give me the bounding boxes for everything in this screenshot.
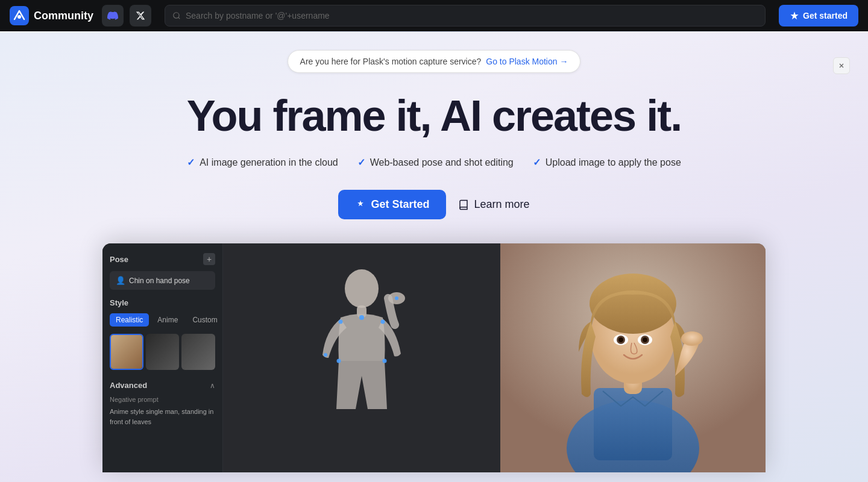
svg-point-25: [643, 337, 647, 342]
app-screenshot: Pose + 👤 Chin on hand pose Style Realist…: [102, 243, 766, 472]
check-icon-2: ✓: [357, 157, 365, 168]
style-section-header: Style: [110, 298, 215, 307]
advanced-label: Advanced: [110, 381, 147, 390]
navbar: Community Get started: [0, 0, 868, 31]
style-tab-anime[interactable]: Anime: [151, 313, 184, 327]
hero-title: You frame it, AI creates it.: [187, 92, 681, 140]
style-tab-realistic[interactable]: Realistic: [110, 313, 149, 327]
main-content: Are you here for Plask's motion capture …: [0, 32, 868, 482]
feature-1: ✓ AI image generation in the cloud: [187, 157, 338, 168]
search-icon: [172, 11, 181, 20]
svg-point-11: [395, 296, 398, 300]
pose-section-header: Pose +: [110, 253, 215, 265]
get-started-button[interactable]: Get Started: [338, 190, 446, 219]
learn-more-label: Learn more: [474, 198, 529, 211]
style-images: [110, 334, 215, 370]
feature-1-text: AI image generation in the cloud: [200, 157, 338, 168]
neg-prompt-label: Negative prompt: [110, 396, 215, 403]
sparkle-icon: [790, 11, 799, 20]
right-area-photo: [500, 243, 766, 472]
style-image-3[interactable]: [181, 334, 215, 370]
close-icon: [838, 62, 845, 69]
check-icon-3: ✓: [533, 157, 541, 168]
discord-button[interactable]: [102, 5, 124, 27]
search-bar[interactable]: [165, 5, 766, 27]
logo: Community: [10, 6, 93, 25]
svg-point-1: [17, 15, 21, 19]
advanced-section-header: Advanced ∧: [110, 381, 215, 390]
check-icon-1: ✓: [187, 157, 195, 168]
cta-row: Get Started Learn more: [338, 190, 529, 219]
center-area: [223, 243, 500, 472]
style-image-1[interactable]: [110, 334, 143, 370]
pose-add-button[interactable]: +: [203, 253, 215, 265]
neg-prompt-text: Anime style single man, standing in fron…: [110, 407, 215, 427]
svg-point-8: [381, 320, 385, 324]
style-section-title: Style: [110, 298, 128, 307]
svg-point-22: [618, 337, 623, 342]
feature-3: ✓ Upload image to apply the pose: [533, 157, 681, 168]
svg-point-7: [339, 320, 343, 324]
discord-icon: [107, 10, 118, 21]
pose-item-label: Chin on hand pose: [129, 277, 190, 285]
person-icon: 👤: [116, 276, 125, 285]
nav-get-started-label: Get started: [803, 11, 848, 20]
svg-point-26: [681, 331, 703, 346]
left-panel: Pose + 👤 Chin on hand pose Style Realist…: [102, 243, 223, 472]
advanced-toggle[interactable]: ∧: [210, 381, 215, 390]
svg-point-10: [383, 359, 387, 363]
style-tab-custom[interactable]: Custom: [186, 313, 223, 327]
motion-capture-banner: Are you here for Plask's motion capture …: [288, 50, 581, 73]
twitter-button[interactable]: [130, 5, 151, 27]
search-input[interactable]: [186, 11, 758, 20]
feature-2: ✓ Web-based pose and shot editing: [357, 157, 514, 168]
style-image-2[interactable]: [146, 334, 180, 370]
banner-link[interactable]: Go to Plask Motion →: [486, 57, 568, 66]
svg-point-12: [324, 353, 327, 357]
logo-text: Community: [34, 10, 93, 22]
pose-section-title: Pose: [110, 255, 128, 264]
features-row: ✓ AI image generation in the cloud ✓ Web…: [187, 157, 681, 168]
banner-close-button[interactable]: [833, 57, 850, 74]
logo-icon: [10, 6, 29, 25]
svg-point-9: [337, 359, 341, 363]
twitter-icon: [136, 11, 145, 20]
learn-more-button[interactable]: Learn more: [458, 198, 529, 211]
mannequin-figure: [307, 264, 416, 451]
feature-2-text: Web-based pose and shot editing: [370, 157, 514, 168]
svg-point-6: [359, 315, 364, 320]
svg-point-19: [590, 274, 676, 334]
svg-point-2: [174, 13, 179, 18]
nav-get-started-button[interactable]: Get started: [779, 5, 858, 27]
feature-3-text: Upload image to apply the pose: [546, 157, 681, 168]
svg-rect-16: [594, 388, 672, 460]
sparkle-cta-icon: [355, 199, 366, 210]
style-tabs: Realistic Anime Custom: [110, 313, 215, 327]
banner-text: Are you here for Plask's motion capture …: [300, 57, 482, 66]
get-started-label: Get Started: [371, 198, 429, 211]
svg-point-3: [345, 269, 379, 308]
book-icon: [458, 199, 469, 210]
pose-item[interactable]: 👤 Chin on hand pose: [110, 271, 215, 290]
person-photo: [500, 243, 766, 472]
